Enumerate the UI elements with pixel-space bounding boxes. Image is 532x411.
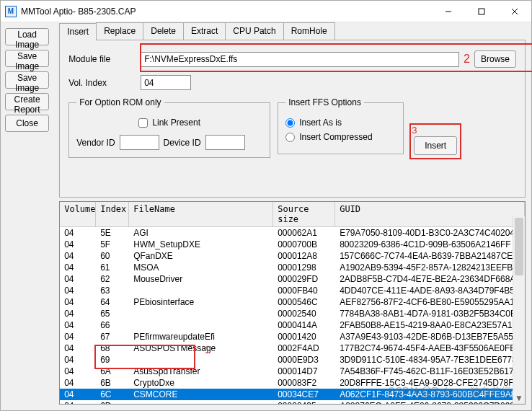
vertical-scrollbar[interactable]: ▲ ▼ xyxy=(513,216,525,404)
table-cell: 6A xyxy=(96,366,129,376)
table-row[interactable]: 0465000025407784BA38-8AB1-4D7A-9181-03B2… xyxy=(60,308,525,319)
tab-extract[interactable]: Extract xyxy=(183,22,226,40)
table-cell: 0000700B xyxy=(273,239,335,249)
table-cell: E79A7050-8109-40D1-B3C0-2A3C74C40204 xyxy=(335,228,525,238)
table-row[interactable]: 0462MouseDriver000029FD2ADB8F5B-C7D4-4E7… xyxy=(60,273,525,285)
column-header[interactable]: Source size xyxy=(273,202,335,226)
table-row[interactable]: 0461MSOA00001298A1902AB9-5394-45F2-857A-… xyxy=(60,262,525,273)
close-button[interactable] xyxy=(498,1,531,22)
table-cell: 04 xyxy=(60,297,96,307)
main-area: InsertReplaceDeleteExtractCPU PatchRomHo… xyxy=(53,22,531,410)
tab-content-insert: Module file 2 Browse Vol. Index xyxy=(59,40,526,198)
minimize-button[interactable] xyxy=(432,1,465,22)
table-cell: HWM_SetupDXE xyxy=(129,239,273,249)
table-cell: 04 xyxy=(60,332,96,342)
column-header[interactable]: Volume xyxy=(60,202,96,226)
tab-cpu-patch[interactable]: CPU Patch xyxy=(225,22,283,40)
table-row[interactable]: 04660000414A2FAB50B8-AE15-4219-8AA0-E8CA… xyxy=(60,319,525,331)
table-cell: 04 xyxy=(60,355,96,365)
table-cell: A08276EC-A0FE-4E06-8670-385336C7D093 xyxy=(335,401,525,405)
vol-index-input[interactable] xyxy=(141,75,191,90)
table-cell: 000029FD xyxy=(273,274,335,284)
table-cell: 04 xyxy=(60,366,96,376)
table-cell: 04 xyxy=(60,309,96,319)
insert-as-is-label: Insert As is xyxy=(299,118,342,128)
vendor-id-input[interactable] xyxy=(120,135,159,150)
insert-as-is-radio[interactable] xyxy=(285,118,295,128)
window-title: MMTool Aptio- B85-2305.CAP xyxy=(21,6,432,17)
tabs-panel: InsertReplaceDeleteExtractCPU PatchRomHo… xyxy=(53,22,531,198)
table-cell: 65 xyxy=(96,309,129,319)
table-row[interactable]: 04630000FB404DD407CE-411E-4ADE-8A93-8A34… xyxy=(60,285,525,296)
tab-romhole[interactable]: RomHole xyxy=(283,22,335,40)
insert-compressed-label: Insert Compressed xyxy=(299,132,372,142)
table-row[interactable]: 046AAsusSpdTransfer000014D77A54B36F-F745… xyxy=(60,366,525,377)
table-cell: 000012A8 xyxy=(273,251,335,261)
column-header[interactable]: Index xyxy=(96,202,129,226)
scroll-down-icon[interactable]: ▼ xyxy=(513,392,525,404)
table-cell: 2FAB50B8-AE15-4219-8AA0-E8CA23E57A1E xyxy=(335,320,525,330)
table-cell: 7A54B36F-F745-462C-B11F-16E03E52B617 xyxy=(335,366,525,376)
annotation-2: 2 xyxy=(464,53,470,66)
table-cell: 0002F4AD xyxy=(273,343,335,353)
create-report-button[interactable]: Create Report xyxy=(5,93,49,110)
table-row[interactable]: 0460QFanDXE000012A8157C666C-7C74-4E4A-B6… xyxy=(60,250,525,262)
module-file-input[interactable] xyxy=(141,52,459,67)
insert-compressed-radio[interactable] xyxy=(285,133,295,142)
table-cell: 04 xyxy=(60,274,96,284)
table-cell: 6C xyxy=(96,389,129,399)
link-present-checkbox[interactable] xyxy=(138,118,148,128)
table-cell: QFanDXE xyxy=(129,251,273,261)
table-cell: 5F xyxy=(96,239,129,249)
table-cell: MouseDriver xyxy=(129,274,273,284)
table-cell: 67 xyxy=(96,332,129,342)
table-cell: 0000FB40 xyxy=(273,286,335,296)
table-cell: 69 xyxy=(96,355,129,365)
table-cell: 7784BA38-8AB1-4D7A-9181-03B2F5B34C0B xyxy=(335,309,525,319)
save-image-as-button[interactable]: Save Image as.. xyxy=(5,71,49,89)
table-row[interactable]: 04690000E9D33D9D911C-510E-4834-95A7-7E3E… xyxy=(60,354,525,366)
device-id-label: Device ID xyxy=(164,138,201,148)
save-image-button[interactable]: Save Image xyxy=(5,50,49,67)
tab-replace[interactable]: Replace xyxy=(96,22,143,40)
table-cell: 6D xyxy=(96,401,129,405)
insert-button[interactable]: Insert xyxy=(414,136,457,155)
tab-row: InsertReplaceDeleteExtractCPU PatchRomHo… xyxy=(59,22,526,40)
column-header[interactable]: FileName xyxy=(129,202,273,226)
device-id-input[interactable] xyxy=(205,135,245,150)
tab-insert[interactable]: Insert xyxy=(59,23,97,40)
table-row[interactable]: 045FHWM_SetupDXE0000700B80023209-6386-4C… xyxy=(60,239,525,250)
content: Load Image Save Image Save Image as.. Cr… xyxy=(1,22,531,410)
close-file-button[interactable]: Close xyxy=(5,115,49,132)
svg-rect-1 xyxy=(479,9,484,14)
table-row[interactable]: 045EAGI000062A1E79A7050-8109-40D1-B3C0-2… xyxy=(60,227,525,239)
table-row[interactable]: 0464PEbiosinterface0000546CAEF82756-87F2… xyxy=(60,296,525,308)
table-row[interactable]: 046D00000435A08276EC-A0FE-4E06-8670-3853… xyxy=(60,400,525,405)
vol-index-label: Vol. Index xyxy=(68,78,141,88)
module-table: VolumeIndexFileNameSource sizeGUID 045EA… xyxy=(59,201,526,405)
browse-button[interactable]: Browse xyxy=(474,50,516,68)
table-cell: 0000414A xyxy=(273,320,335,330)
window-controls xyxy=(432,1,531,22)
table-header: VolumeIndexFileNameSource sizeGUID xyxy=(60,202,525,227)
table-cell: 64 xyxy=(96,297,129,307)
table-cell: 000062A1 xyxy=(273,228,335,238)
table-row[interactable]: 046CCSMCORE00034CE7A062CF1F-8473-4AA3-87… xyxy=(60,389,525,400)
table-cell: 177B2C74-9674-45F4-AAEB-43F5506AE0FE xyxy=(335,343,525,353)
vendor-id-label: Vendor ID xyxy=(76,138,115,148)
table-row[interactable]: 0468ASUSPOSTMessage0002F4AD177B2C74-9674… xyxy=(60,342,525,354)
table-cell: 04 xyxy=(60,389,96,399)
table-cell: 00001420 xyxy=(273,332,335,342)
scroll-thumb[interactable] xyxy=(515,218,523,275)
table-cell: 5E xyxy=(96,228,129,238)
table-cell: 68 xyxy=(96,343,129,353)
tab-delete[interactable]: Delete xyxy=(143,22,184,40)
column-header[interactable]: GUID xyxy=(335,202,525,226)
table-cell: 66 xyxy=(96,320,129,330)
table-row[interactable]: 046BCryptoDxe000083F220D8FFFE-15C3-4EA9-… xyxy=(60,377,525,389)
load-image-button[interactable]: Load Image xyxy=(5,28,49,45)
table-row[interactable]: 0467PEfirmwareupdateEfi00001420A37A9E43-… xyxy=(60,331,525,342)
maximize-button[interactable] xyxy=(465,1,498,22)
option-rom-group: For Option ROM only Link Present Vendor … xyxy=(68,97,270,158)
table-cell: 20D8FFFE-15C3-4EA9-9D28-CFE2745D78F3 xyxy=(335,378,525,388)
